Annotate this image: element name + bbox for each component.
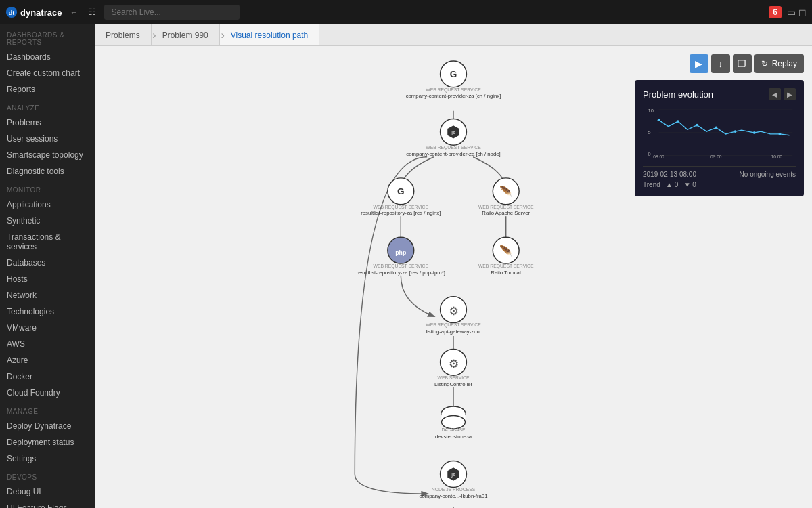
svg-text:10: 10 bbox=[648, 108, 654, 114]
replay-label: Replay bbox=[772, 59, 797, 68]
node-5[interactable]: php WEB REQUEST SERVICE resultlist-repos… bbox=[357, 237, 445, 275]
svg-text:resultlist-repository-za [res : resultlist-repository-za [res / nginx] bbox=[361, 210, 441, 216]
problem990-crumb[interactable]: Problem 990 bbox=[152, 24, 220, 45]
sidebar-section-manage: Manage bbox=[0, 401, 95, 418]
evolution-prev[interactable]: ◀ bbox=[769, 88, 781, 100]
node-9[interactable]: DATABASE devstepstoneза bbox=[435, 406, 472, 440]
svg-text:5: 5 bbox=[648, 129, 651, 135]
sidebar-section-monitor: Monitor bbox=[0, 179, 95, 196]
sidebar-item-dashboards[interactable]: Dashboards bbox=[0, 49, 95, 65]
node-8[interactable]: ⚙ WEB SERVICE ListingController bbox=[434, 349, 473, 387]
svg-text:0: 0 bbox=[648, 151, 651, 157]
svg-text:🪶: 🪶 bbox=[499, 185, 513, 198]
sidebar-item-aws[interactable]: AWS bbox=[0, 336, 95, 352]
sidebar-item-cloud-foundry[interactable]: Cloud Foundry bbox=[0, 385, 95, 401]
search-input[interactable] bbox=[104, 5, 240, 20]
sidebar-item-hosts[interactable]: Hosts bbox=[0, 271, 95, 287]
sidebar-item-settings[interactable]: Settings bbox=[0, 450, 95, 467]
replay-icon: ↻ bbox=[761, 59, 768, 68]
sidebar-item-ui-feature-flags[interactable]: UI Feature Flags bbox=[0, 500, 95, 508]
svg-text:company-content-provider-za [c: company-content-provider-za [ch / node] bbox=[406, 151, 500, 157]
svg-text:NODE JS PROCESS: NODE JS PROCESS bbox=[432, 487, 476, 492]
svg-text:company-conte...-lkubn-fra01: company-conte...-lkubn-fra01 bbox=[419, 493, 487, 499]
visual-resolution-crumb[interactable]: Visual resolution path bbox=[220, 24, 320, 45]
logo: dt dynatrace bbox=[5, 6, 62, 18]
fullscreen-button[interactable]: ❐ bbox=[733, 54, 752, 73]
svg-text:js: js bbox=[451, 471, 455, 478]
sidebar-item-debug-ui[interactable]: Debug UI bbox=[0, 484, 95, 500]
node-10[interactable]: js NODE JS PROCESS company-conte...-lkub… bbox=[419, 461, 487, 499]
window2-icon[interactable]: ◻ bbox=[798, 7, 807, 18]
sidebar-item-deployment-status[interactable]: Deployment status bbox=[0, 434, 95, 450]
sidebar-item-network[interactable]: Network bbox=[0, 287, 95, 303]
node-6[interactable]: 🪶 WEB REQUEST SERVICE Railo Tomcat bbox=[478, 237, 534, 275]
sidebar-item-databases[interactable]: Databases bbox=[0, 255, 95, 271]
replay-button[interactable]: ↻ Replay bbox=[754, 54, 804, 73]
evolution-panel: Problem evolution ◀ ▶ 10 5 0 bbox=[635, 80, 804, 196]
svg-point-9 bbox=[677, 120, 679, 123]
sidebar-section-dashboards-&-reports: Dashboards & reports bbox=[0, 24, 95, 49]
svg-text:resultlist-repository-za [res : resultlist-repository-za [res / php-fpm*… bbox=[357, 270, 445, 276]
window-icon[interactable]: ▭ bbox=[787, 7, 796, 18]
back-button[interactable]: ← bbox=[67, 5, 81, 20]
node-4[interactable]: 🪶 WEB REQUEST SERVICE Railo Apache Serve… bbox=[478, 178, 534, 216]
svg-text:Railo Apache Server: Railo Apache Server bbox=[482, 210, 530, 216]
sidebar-item-technologies[interactable]: Technologies bbox=[0, 303, 95, 320]
sidebar-item-transactions-services[interactable]: Transactions & services bbox=[0, 229, 95, 255]
svg-text:08:00: 08:00 bbox=[653, 154, 664, 159]
sidebar-item-diagnostic-tools[interactable]: Diagnostic tools bbox=[0, 163, 95, 179]
node-1[interactable]: G WEB REQUEST SERVICE company-content-pr… bbox=[406, 61, 501, 99]
svg-text:Railo Tomcat: Railo Tomcat bbox=[491, 270, 522, 276]
sidebar-item-create-custom-chart[interactable]: Create custom chart bbox=[0, 65, 95, 81]
svg-text:php: php bbox=[395, 249, 406, 256]
sidebar-item-deploy-dynatrace[interactable]: Deploy Dynatrace bbox=[0, 418, 95, 434]
svg-text:listing-api-gateway-zuul: listing-api-gateway-zuul bbox=[426, 329, 480, 335]
node-2[interactable]: js WEB REQUEST SERVICE company-content-p… bbox=[406, 119, 500, 156]
svg-text:WEB REQUEST SERVICE: WEB REQUEST SERVICE bbox=[374, 205, 429, 210]
grid-icon[interactable]: ☷ bbox=[86, 5, 99, 20]
sidebar-item-docker[interactable]: Docker bbox=[0, 368, 95, 385]
svg-point-8 bbox=[658, 119, 660, 121]
main-layout: Dashboards & reportsDashboardsCreate cus… bbox=[0, 24, 812, 508]
sidebar-item-vmware[interactable]: VMware bbox=[0, 320, 95, 336]
play-button[interactable]: ▶ bbox=[690, 54, 708, 73]
topbar: dt dynatrace ← ☷ 6 ▭ ◻ bbox=[0, 0, 812, 24]
svg-text:DATABASE: DATABASE bbox=[441, 427, 466, 432]
evolution-trend: No ongoing events bbox=[740, 171, 796, 178]
sidebar-item-user-sessions[interactable]: User sessions bbox=[0, 131, 95, 147]
notification-badge[interactable]: 6 bbox=[769, 6, 782, 18]
svg-text:WEB REQUEST SERVICE: WEB REQUEST SERVICE bbox=[478, 205, 534, 210]
svg-text:WEB REQUEST SERVICE: WEB REQUEST SERVICE bbox=[426, 145, 481, 150]
download-button[interactable]: ↓ bbox=[711, 54, 730, 73]
svg-text:WEB REQUEST SERVICE: WEB REQUEST SERVICE bbox=[426, 87, 481, 93]
sidebar-item-synthetic[interactable]: Synthetic bbox=[0, 213, 95, 229]
sidebar-item-smartscape-topology[interactable]: Smartscape topology bbox=[0, 147, 95, 163]
canvas-area: ▶ ↓ ❐ ↻ Replay Problem evolution ◀ ▶ bbox=[95, 46, 812, 508]
svg-point-13 bbox=[753, 131, 756, 134]
evolution-chart: 10 5 0 bbox=[643, 106, 796, 160]
problems-crumb[interactable]: Problems bbox=[95, 24, 152, 45]
svg-text:js: js bbox=[451, 129, 455, 135]
sidebar-item-applications[interactable]: Applications bbox=[0, 196, 95, 213]
sidebar-section-analyze: Analyze bbox=[0, 98, 95, 114]
sidebar-item-reports[interactable]: Reports bbox=[0, 81, 95, 98]
flow-svg: G WEB REQUEST SERVICE company-content-pr… bbox=[223, 60, 683, 508]
evolution-next[interactable]: ▶ bbox=[784, 88, 796, 100]
svg-text:devstepstoneза: devstepstoneза bbox=[435, 433, 472, 440]
svg-text:G: G bbox=[397, 186, 405, 196]
svg-text:dt: dt bbox=[9, 9, 15, 16]
content-area: ProblemsProblem 990Visual resolution pat… bbox=[95, 24, 812, 508]
svg-text:WEB REQUEST SERVICE: WEB REQUEST SERVICE bbox=[426, 322, 481, 328]
node-7[interactable]: ⚙ WEB REQUEST SERVICE listing-api-gatewa… bbox=[426, 297, 481, 335]
sidebar: Dashboards & reportsDashboardsCreate cus… bbox=[0, 24, 95, 508]
sidebar-item-problems[interactable]: Problems bbox=[0, 114, 95, 131]
svg-text:🪶: 🪶 bbox=[499, 245, 513, 257]
breadcrumb-bar: ProblemsProblem 990Visual resolution pat… bbox=[95, 24, 812, 46]
svg-text:WEB SERVICE: WEB SERVICE bbox=[438, 375, 470, 380]
node-3[interactable]: G WEB REQUEST SERVICE resultlist-reposit… bbox=[361, 178, 441, 216]
svg-point-12 bbox=[734, 130, 737, 133]
svg-point-11 bbox=[715, 127, 717, 129]
sidebar-item-azure[interactable]: Azure bbox=[0, 352, 95, 368]
evolution-title: Problem evolution ◀ ▶ bbox=[643, 88, 796, 100]
svg-point-10 bbox=[696, 124, 698, 127]
